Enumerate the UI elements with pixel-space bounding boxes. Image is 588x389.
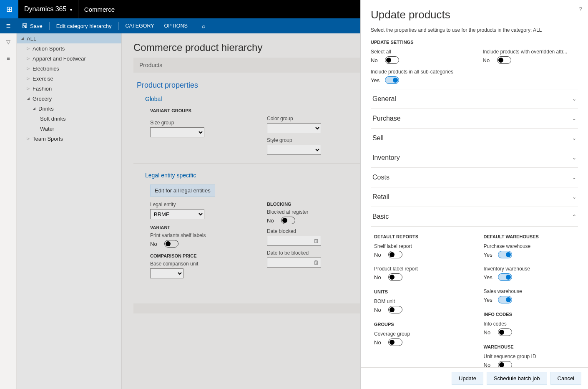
brand-dropdown[interactable]: Dynamics 365 ▾: [18, 5, 78, 13]
chevron-down-icon: ▾: [70, 8, 72, 12]
module-label: Commerce: [78, 0, 121, 18]
panel-description: Select the properties and settings to us…: [371, 27, 578, 33]
update-products-panel: ? Update products Select the properties …: [360, 0, 588, 33]
hamburger-icon[interactable]: ≡: [0, 18, 17, 33]
options-menu[interactable]: OPTIONS: [159, 18, 193, 33]
panel-title: Update products: [371, 8, 578, 21]
help-icon[interactable]: ?: [579, 6, 582, 13]
app-launcher-icon[interactable]: ⊞: [0, 0, 18, 18]
edit-category-hierarchy-button[interactable]: Edit category hierarchy: [51, 18, 117, 33]
brand-label: Dynamics 365: [24, 5, 66, 13]
search-icon[interactable]: ⌕: [197, 18, 210, 33]
save-button[interactable]: Save: [17, 18, 48, 33]
category-menu[interactable]: CATEGORY: [121, 18, 159, 33]
